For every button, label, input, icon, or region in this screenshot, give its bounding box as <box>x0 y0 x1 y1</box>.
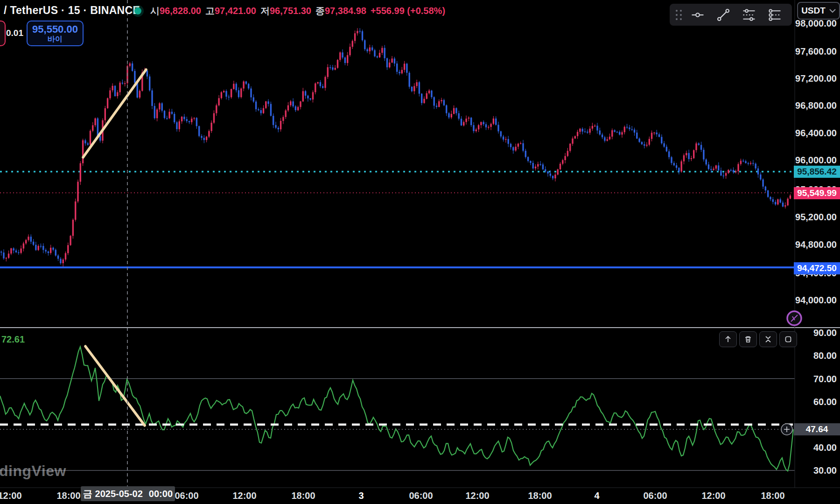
rsi-axis-label: 90.00 <box>813 328 837 338</box>
price-marker-label: 94,472.50 <box>794 262 840 274</box>
trend-line-tool-icon[interactable] <box>710 6 736 24</box>
time-axis-label: 12:00 <box>701 490 725 501</box>
rsi-axis-label: 30.00 <box>813 465 837 476</box>
buy-price: 95,550.00 <box>32 24 78 35</box>
time-axis-label: 06:00 <box>175 490 198 501</box>
fib-retracement-tool-icon[interactable] <box>736 6 762 24</box>
tradingview-watermark: dingView <box>0 462 66 480</box>
time-axis-label: 18:00 <box>291 490 315 501</box>
quantity-field[interactable]: 0.01 <box>6 28 23 38</box>
time-axis-day-label: 3 <box>358 490 364 501</box>
delete-pane-button[interactable] <box>739 331 757 347</box>
time-axis-label: 12:00 <box>0 490 22 501</box>
time-axis-label: 12:00 <box>465 490 489 501</box>
collapse-pane-button[interactable] <box>759 331 777 347</box>
price-marker-label: 95,856.42 <box>794 166 840 178</box>
price-axis-label: 96,800.00 <box>795 100 837 111</box>
price-marker-label: 95,549.99 <box>794 187 840 199</box>
rsi-axis-label: 70.00 <box>813 374 837 385</box>
currency-label: USDT <box>801 6 826 16</box>
rsi-value: 72.61 <box>1 334 25 345</box>
time-axis-label: 18:00 <box>761 490 784 501</box>
high-value: 97,421.00 <box>215 6 256 16</box>
crosshair-date-box: 금 2025-05-02 00:00 <box>81 486 175 501</box>
open-value: 96,828.00 <box>160 6 201 16</box>
ohlc-readout: 시96,828.00 고97,421.00 저96,751.30 종97,384… <box>134 5 445 17</box>
chevron-down-icon <box>829 9 836 13</box>
buy-label: 바이 <box>48 35 63 43</box>
symbol-title[interactable]: / TetherUS · 15 · BINANCE <box>4 4 140 17</box>
maximize-pane-button[interactable] <box>779 331 797 347</box>
price-axis-label: 97,200.00 <box>795 73 837 84</box>
buy-button[interactable]: 95,550.00 바이 <box>27 21 84 46</box>
crosshair-date: 금 2025-05-02 <box>83 488 143 500</box>
low-label: 저 <box>260 6 270 16</box>
price-axis-label: 95,200.00 <box>795 212 837 223</box>
price-axis-label: 96,000.00 <box>795 155 837 166</box>
currency-selector[interactable]: USDT <box>797 2 840 20</box>
drawing-toolbar <box>670 4 792 26</box>
price-axis-label: 94,000.00 <box>795 295 837 306</box>
close-label: 종 <box>315 6 325 16</box>
price-axis-label: 96,400.00 <box>795 128 837 139</box>
chart-canvas[interactable] <box>0 0 840 504</box>
horizontal-line-tool-icon[interactable] <box>685 6 710 24</box>
pane-toolbar <box>719 331 797 347</box>
purple-badge-icon[interactable] <box>787 311 801 325</box>
time-axis-label: 18:00 <box>528 490 552 501</box>
crosshair-time: 00:00 <box>149 489 173 499</box>
price-axis-label: 97,600.00 <box>795 46 837 57</box>
close-value: 97,384.98 <box>325 6 366 16</box>
high-label: 고 <box>205 6 215 16</box>
low-value: 96,751.30 <box>270 6 311 16</box>
price-marker-label: 47.64 <box>794 423 840 435</box>
time-axis-label: 06:00 <box>409 490 433 501</box>
drag-handle-icon[interactable] <box>672 10 685 20</box>
rsi-axis-label: 60.00 <box>813 397 837 407</box>
time-axis-day-label: 4 <box>594 490 599 501</box>
sell-button[interactable] <box>0 21 6 46</box>
time-axis-label: 06:00 <box>643 490 667 501</box>
add-alert-plus-icon[interactable] <box>781 424 792 435</box>
parallel-channel-tool-icon[interactable] <box>762 6 787 24</box>
change-value: +556.99 (+0.58%) <box>371 6 445 16</box>
trading-app: { "header": { "title": "/ TetherUS · 15 … <box>0 0 840 504</box>
rsi-axis-label: 80.00 <box>813 350 837 361</box>
market-status-dot <box>134 7 141 14</box>
price-axis-label: 94,800.00 <box>795 239 837 250</box>
move-pane-up-button[interactable] <box>719 331 737 347</box>
time-axis-label: 18:00 <box>56 490 80 501</box>
time-axis-label: 12:00 <box>232 490 256 501</box>
rsi-axis-label: 40.00 <box>813 442 837 453</box>
open-label: 시 <box>150 6 160 16</box>
